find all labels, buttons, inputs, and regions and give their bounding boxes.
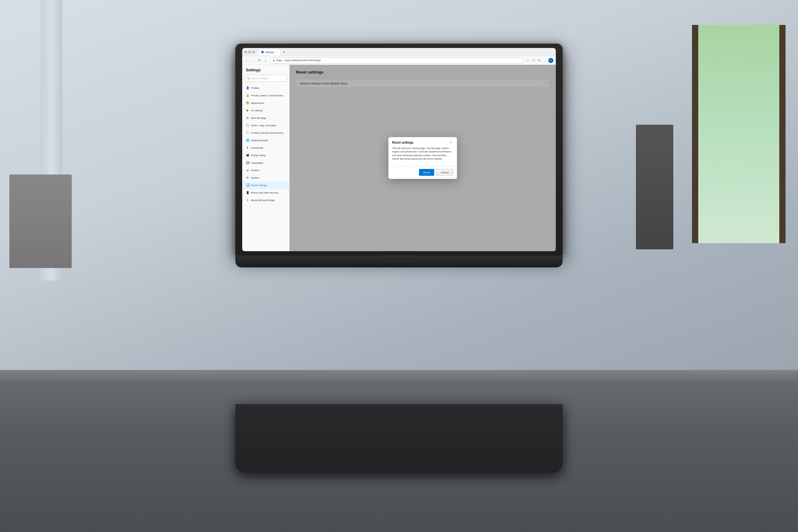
sidebar-item-about[interactable]: ℹ About Microsoft Edge xyxy=(242,196,289,204)
share-icon: 📋 xyxy=(246,124,249,127)
home-button[interactable]: ⌂ xyxy=(263,58,268,63)
laptop-hinge xyxy=(380,255,418,258)
dialog-divider xyxy=(388,166,457,167)
browser-content: Settings 🔍 Search settings 👤 Profiles 🔒 … xyxy=(242,65,556,251)
reset-confirm-button[interactable]: Reset xyxy=(419,169,434,176)
address-url: edge://settings/resetProfileSettings xyxy=(285,59,321,62)
sidebar-item-reset-label: Reset settings xyxy=(251,184,267,187)
settings-title: Settings xyxy=(242,68,289,75)
sidebar-search-icon: 🔍 xyxy=(247,77,250,80)
phone-icon: 📱 xyxy=(246,191,249,194)
sidebar-search-placeholder: Search settings xyxy=(251,77,268,80)
sidebar-item-newtab-label: New tab page xyxy=(251,117,266,119)
sidebar-item-phone[interactable]: 📱 Phone and other devices xyxy=(242,189,289,196)
sidebar-item-about-label: About Microsoft Edge xyxy=(251,199,274,202)
reset-dialog: Reset settings × This will reset your st… xyxy=(388,137,457,179)
dialog-body: This will reset your startup page, new t… xyxy=(388,147,457,164)
tab-favicon-icon xyxy=(261,51,264,53)
sidebar-item-on-startup[interactable]: ▶ On startup xyxy=(242,107,289,114)
sidebar-item-default-browser[interactable]: 🌐 Default browser xyxy=(242,136,289,144)
profile-avatar[interactable]: A xyxy=(548,58,553,63)
sidebar-item-share[interactable]: 📋 Share, copy, and paste xyxy=(242,121,289,129)
settings-sidebar: Settings 🔍 Search settings 👤 Profiles 🔒 … xyxy=(242,65,290,251)
extensions-icon[interactable]: 🔧 xyxy=(537,58,542,63)
shield-icon[interactable]: 🛡 xyxy=(531,58,536,63)
minimize-button[interactable]: — xyxy=(244,51,247,54)
browser-addressbar: ← → ↻ ⌂ 🔒 Edge | edge://settings/resetPr… xyxy=(242,56,556,65)
sidebar-item-cookies-label: Cookies and site permissions xyxy=(251,132,283,134)
dialog-body-text: This will reset your startup page, new t… xyxy=(392,147,453,160)
settings-dots-icon[interactable]: … xyxy=(543,58,547,63)
sidebar-item-family-safety[interactable]: 👨‍👩‍👧 Family safety xyxy=(242,151,289,159)
sidebar-item-languages[interactable]: 🔤 Languages xyxy=(242,159,289,167)
sidebar-item-appearance-label: Appearance xyxy=(251,101,264,104)
room-cabinet xyxy=(10,174,72,268)
sidebar-item-system-label: System xyxy=(251,176,259,179)
sidebar-item-downloads-label: Downloads xyxy=(251,147,263,149)
forward-button[interactable]: → xyxy=(251,58,255,63)
sidebar-item-downloads[interactable]: ⬇ Downloads xyxy=(242,144,289,151)
sidebar-item-privacy[interactable]: 🔒 Privacy, search, and services xyxy=(242,92,289,99)
close-button[interactable]: × xyxy=(252,51,255,54)
system-icon: ⚙ xyxy=(246,176,249,179)
settings-tab[interactable]: Settings × xyxy=(259,49,281,56)
reload-button[interactable]: ↻ xyxy=(257,58,262,63)
cookies-icon: 🛡 xyxy=(246,131,249,134)
sidebar-item-cookies[interactable]: 🛡 Cookies and site permissions xyxy=(242,129,289,136)
desk-surface xyxy=(0,370,798,382)
sidebar-item-familysafety-label: Family safety xyxy=(251,154,266,157)
window-controls: — □ × xyxy=(244,51,255,54)
address-lock-icon: 🔒 xyxy=(272,59,275,62)
laptop-base xyxy=(235,255,563,267)
laptop-lid: — □ × Settings × xyxy=(235,44,563,255)
sidebar-item-profiles-label: Profiles xyxy=(251,87,259,90)
sidebar-item-appearance[interactable]: 🎨 Appearance xyxy=(242,99,289,107)
keyboard-deck xyxy=(235,404,563,473)
collections-icon[interactable]: ☆ xyxy=(526,58,530,63)
new-tab-button[interactable]: + xyxy=(281,49,287,55)
sidebar-item-phone-label: Phone and other devices xyxy=(251,191,279,194)
room-window xyxy=(692,25,785,243)
appearance-icon: 🎨 xyxy=(246,101,249,104)
sidebar-item-privacy-label: Privacy, search, and services xyxy=(251,94,283,97)
sidebar-item-defaultbrowser-label: Default browser xyxy=(251,139,268,142)
browser-tabs: Settings × + xyxy=(259,49,554,56)
address-bar[interactable]: 🔒 Edge | edge://settings/resetProfileSet… xyxy=(270,57,524,63)
profiles-icon: 👤 xyxy=(246,86,249,90)
sidebar-item-printers-label: Printers xyxy=(251,169,260,172)
sidebar-item-new-tab[interactable]: ⊞ New tab page xyxy=(242,114,289,121)
browser-window: — □ × Settings × xyxy=(242,48,556,251)
tab-close-button[interactable]: × xyxy=(275,51,278,53)
printers-icon: 🖨 xyxy=(246,169,249,172)
new-tab-icon: ⊞ xyxy=(246,116,249,119)
languages-icon: 🔤 xyxy=(246,161,249,164)
on-startup-icon: ▶ xyxy=(246,109,249,112)
sidebar-item-system[interactable]: ⚙ System xyxy=(242,174,289,182)
dialog-header: Reset settings × xyxy=(388,137,457,147)
dialog-close-button[interactable]: × xyxy=(449,140,453,145)
dialog-title: Reset settings xyxy=(392,141,413,144)
default-browser-icon: 🌐 xyxy=(246,139,249,142)
sidebar-item-printers[interactable]: 🖨 Printers xyxy=(242,167,289,174)
sidebar-item-languages-label: Languages xyxy=(251,162,263,164)
cancel-button[interactable]: Cancel xyxy=(436,169,453,176)
laptop: — □ × Settings × xyxy=(235,44,563,267)
screen-bezel: — □ × Settings × xyxy=(242,48,556,251)
back-button[interactable]: ← xyxy=(245,58,249,63)
sidebar-item-reset[interactable]: 🔄 Reset settings xyxy=(242,182,289,189)
sidebar-item-onstartup-label: On startup xyxy=(251,109,263,112)
dialog-actions: Reset Cancel xyxy=(388,169,457,179)
privacy-icon: 🔒 xyxy=(246,94,249,97)
sidebar-search-box[interactable]: 🔍 Search settings xyxy=(245,75,287,82)
room-chair xyxy=(636,125,673,249)
sidebar-item-profiles[interactable]: 👤 Profiles xyxy=(242,84,289,92)
maximize-button[interactable]: □ xyxy=(248,51,251,54)
address-separator: | xyxy=(283,59,284,62)
about-icon: ℹ xyxy=(246,198,249,202)
family-safety-icon: 👨‍👩‍👧 xyxy=(246,154,249,157)
sidebar-item-share-label: Share, copy, and paste xyxy=(251,124,277,127)
modal-overlay: Reset settings × This will reset your st… xyxy=(290,65,556,251)
browser-titlebar: — □ × Settings × xyxy=(242,48,556,56)
tab-label: Settings xyxy=(265,51,274,54)
reset-icon: 🔄 xyxy=(246,184,249,187)
